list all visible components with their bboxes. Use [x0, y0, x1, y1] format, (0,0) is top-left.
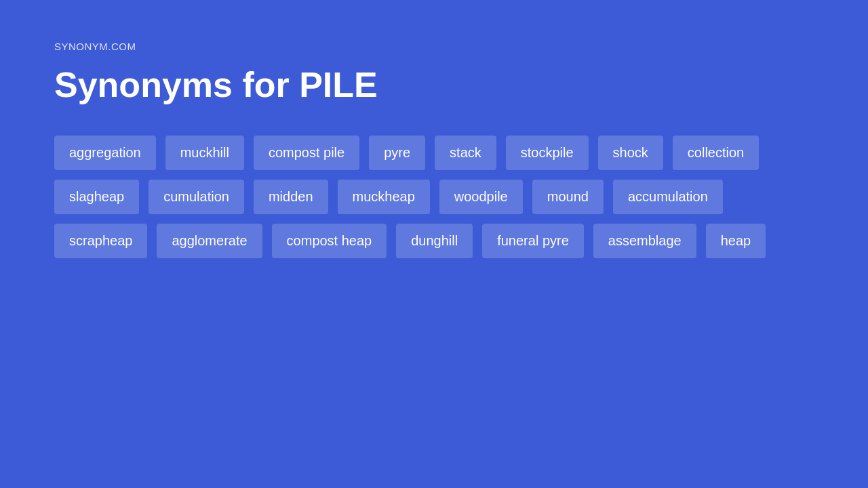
synonym-tag[interactable]: compost heap [272, 224, 387, 258]
synonym-tag[interactable]: midden [254, 180, 328, 214]
synonym-tag[interactable]: shock [598, 136, 663, 170]
synonym-tag[interactable]: funeral pyre [482, 224, 584, 258]
synonym-tag[interactable]: assemblage [593, 224, 696, 258]
synonym-tag[interactable]: heap [706, 224, 766, 258]
synonym-tag[interactable]: aggregation [54, 136, 156, 170]
synonym-tag[interactable]: scrapheap [54, 224, 147, 258]
synonym-tag[interactable]: stockpile [506, 136, 589, 170]
site-name: SYNONYM.COM [54, 41, 814, 52]
synonym-tag[interactable]: compost pile [254, 136, 359, 170]
synonym-tag[interactable]: muckheap [338, 180, 430, 214]
synonym-tag[interactable]: slagheap [54, 180, 139, 214]
synonym-tag[interactable]: woodpile [439, 180, 523, 214]
synonym-tag[interactable]: agglomerate [157, 224, 262, 258]
page-title: Synonyms for PILE [54, 64, 814, 105]
synonym-tag[interactable]: pyre [369, 136, 425, 170]
synonym-tag[interactable]: dunghill [396, 224, 473, 258]
page-container: SYNONYM.COM Synonyms for PILE aggregatio… [0, 0, 868, 488]
synonym-tag[interactable]: mound [532, 180, 604, 214]
synonym-tag[interactable]: cumulation [149, 180, 244, 214]
synonyms-grid: aggregationmuckhillcompost pilepyrestack… [54, 136, 814, 258]
synonym-tag[interactable]: stack [435, 136, 496, 170]
synonym-tag[interactable]: muckhill [165, 136, 244, 170]
synonym-tag[interactable]: collection [673, 136, 759, 170]
synonym-tag[interactable]: accumulation [613, 180, 723, 214]
